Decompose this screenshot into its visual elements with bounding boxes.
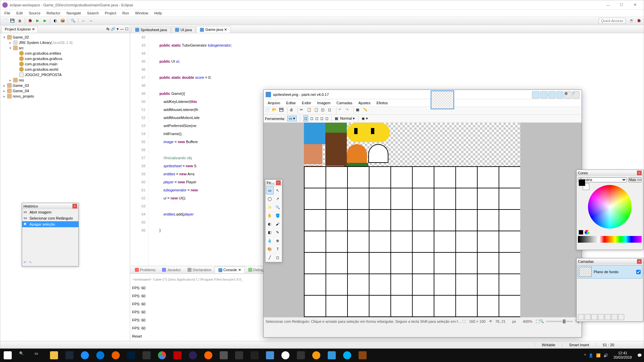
menu-run[interactable]: Run bbox=[120, 10, 132, 16]
search-button[interactable]: 🔍 bbox=[15, 349, 31, 362]
zoom-slider[interactable] bbox=[546, 321, 573, 322]
pdn-menu-imagem[interactable]: Imagem bbox=[315, 100, 333, 106]
color-wheel[interactable] bbox=[588, 185, 632, 229]
tree-node[interactable]: JOGO#2_PROPOSTA bbox=[0, 72, 130, 77]
app-icon-2[interactable] bbox=[216, 349, 231, 362]
gradient-tool[interactable]: ◐ bbox=[266, 220, 274, 228]
app-icon-6[interactable] bbox=[309, 349, 324, 362]
save-file-icon[interactable]: 💾 bbox=[279, 108, 285, 114]
tree-node[interactable]: com.gcstudios.entities bbox=[0, 51, 130, 56]
pdn-menu-editar[interactable]: Editar bbox=[283, 100, 299, 106]
text-tool[interactable]: T bbox=[274, 245, 282, 253]
deselect-icon[interactable]: ◻ bbox=[328, 108, 334, 114]
delete-layer-icon[interactable] bbox=[585, 314, 591, 320]
tools-close-icon[interactable]: × bbox=[276, 180, 281, 185]
tool-selector[interactable]: ▭ ▾ bbox=[287, 116, 297, 121]
forward-icon[interactable]: → bbox=[88, 17, 94, 24]
flood-mode-icon[interactable]: ▦ bbox=[335, 116, 338, 121]
layers-panel[interactable]: Camadas× Plano de fundo bbox=[576, 258, 643, 322]
quick-access-input[interactable]: Quick Access bbox=[599, 18, 626, 24]
clone-tool[interactable]: ⊕ bbox=[274, 237, 282, 245]
view-menu-icon[interactable]: ▾ bbox=[117, 27, 119, 31]
pdn-menu-exibir[interactable]: Exibir bbox=[299, 100, 314, 106]
down-layer-icon[interactable] bbox=[611, 314, 618, 320]
explorer-icon[interactable] bbox=[46, 349, 62, 362]
canvas[interactable] bbox=[304, 123, 520, 315]
history-toggle-icon[interactable] bbox=[540, 91, 547, 99]
help-icon[interactable]: ? bbox=[572, 91, 580, 99]
history-close-icon[interactable]: × bbox=[72, 204, 77, 208]
zoom-out-icon[interactable]: 🔍 bbox=[539, 319, 544, 323]
new-icon[interactable]: 📄 bbox=[2, 17, 8, 24]
network-icon[interactable]: 📶 bbox=[596, 353, 601, 358]
grid-icon[interactable]: ▦ bbox=[356, 108, 362, 114]
filezilla-icon[interactable] bbox=[170, 349, 185, 362]
layers-toggle-icon[interactable] bbox=[548, 91, 555, 99]
rect-select-tool[interactable]: ▭ bbox=[266, 186, 274, 194]
project-tree[interactable]: ▾Game_02▸JRE System Library [JavaSE-1.8]… bbox=[0, 33, 130, 341]
pencil-tool[interactable]: ✎ bbox=[274, 228, 282, 236]
up-layer-icon[interactable] bbox=[605, 314, 611, 320]
eclipse-titlebar[interactable]: eclipse-workspace - Game_03/src/com/gcst… bbox=[0, 0, 644, 10]
skype-icon[interactable] bbox=[339, 349, 355, 362]
fireworks-icon[interactable] bbox=[139, 349, 154, 362]
history-item[interactable]: ▭Abrir imagem bbox=[22, 209, 78, 215]
tree-node[interactable]: com.gcstudios.graficos bbox=[0, 56, 130, 61]
add-layer-icon[interactable] bbox=[578, 314, 584, 320]
colors-panel[interactable]: Cores× Primária Mais >> bbox=[576, 170, 643, 250]
pdn-menu-ajustes[interactable]: Ajustes bbox=[356, 100, 373, 106]
cut-icon[interactable]: ✂ bbox=[300, 108, 306, 114]
app-icon-4[interactable] bbox=[247, 349, 262, 362]
editor-tab[interactable]: Spritesheet.java bbox=[131, 26, 171, 33]
tree-node[interactable]: ▾Game_02 bbox=[0, 35, 130, 40]
move-tool[interactable]: ↖ bbox=[274, 186, 282, 194]
search-icon[interactable]: 🔍 bbox=[70, 17, 76, 24]
collapse-all-icon[interactable]: ⇆ bbox=[106, 27, 109, 31]
color-swatch[interactable] bbox=[579, 179, 589, 191]
ie-icon[interactable] bbox=[77, 349, 93, 362]
tray-up-icon[interactable]: ^ bbox=[584, 353, 586, 357]
bottom-tab-javadoc[interactable]: Javadoc bbox=[159, 267, 184, 273]
taskview-button[interactable]: ▭ bbox=[31, 349, 46, 362]
app-icon-7[interactable] bbox=[324, 349, 339, 362]
itunes-icon[interactable] bbox=[278, 349, 293, 362]
firefox-icon[interactable] bbox=[108, 349, 123, 362]
zoom-tool[interactable]: 🔍 bbox=[274, 203, 282, 211]
lasso-tool[interactable]: ◯ bbox=[266, 195, 274, 203]
wand-tool[interactable]: ✨ bbox=[266, 203, 274, 211]
edge-icon[interactable] bbox=[93, 349, 108, 362]
move-sel-tool[interactable]: ↗ bbox=[274, 195, 282, 203]
start-button[interactable] bbox=[0, 349, 15, 362]
app-icon-1[interactable] bbox=[201, 349, 216, 362]
run-ext-icon[interactable]: ▶ bbox=[42, 17, 48, 24]
pdn-menu-efeitos[interactable]: Efeitos bbox=[374, 100, 390, 106]
link-editor-icon[interactable]: 🔗 bbox=[111, 27, 115, 31]
sel-invert-icon[interactable]: ◻ bbox=[325, 116, 328, 121]
sel-sub-icon[interactable]: ◻ bbox=[315, 116, 318, 121]
layer-item[interactable]: Plano de fundo bbox=[577, 265, 642, 279]
tree-node[interactable]: ▸res bbox=[0, 77, 130, 83]
history-item[interactable]: ✖Apagar seleção bbox=[22, 221, 78, 227]
save-all-icon[interactable]: 🗎 bbox=[16, 17, 23, 24]
layers-close-icon[interactable]: × bbox=[637, 259, 642, 264]
wheel-icon[interactable] bbox=[585, 230, 589, 235]
tree-node[interactable]: com.gcstudios.main bbox=[0, 61, 130, 67]
perspective-debug-icon[interactable]: 🐞 bbox=[636, 17, 642, 24]
crop-icon[interactable]: ◫ bbox=[321, 108, 327, 114]
unit-select[interactable]: px bbox=[512, 319, 516, 323]
sel-intersect-icon[interactable]: ◻ bbox=[320, 116, 323, 121]
editor-tab[interactable]: UI.java bbox=[171, 26, 196, 33]
tools-toggle-icon[interactable] bbox=[532, 91, 539, 99]
print-icon[interactable]: 🖨 bbox=[289, 108, 296, 114]
pdn-menu-arquivo[interactable]: Arquivo bbox=[265, 100, 283, 106]
menu-navigate[interactable]: Navigate bbox=[64, 10, 84, 16]
menu-refactor[interactable]: Refactor bbox=[44, 10, 63, 16]
picker-tool[interactable]: 💧 bbox=[266, 237, 274, 245]
menu-source[interactable]: Source bbox=[26, 10, 43, 16]
brush-tool[interactable]: 🖌 bbox=[274, 220, 282, 228]
color-palette[interactable] bbox=[578, 236, 642, 243]
close-button[interactable]: ✕ bbox=[628, 0, 642, 10]
steam-icon[interactable] bbox=[62, 349, 77, 362]
save-icon[interactable]: 💾 bbox=[9, 17, 16, 24]
maximize-button[interactable]: ☐ bbox=[615, 0, 628, 10]
